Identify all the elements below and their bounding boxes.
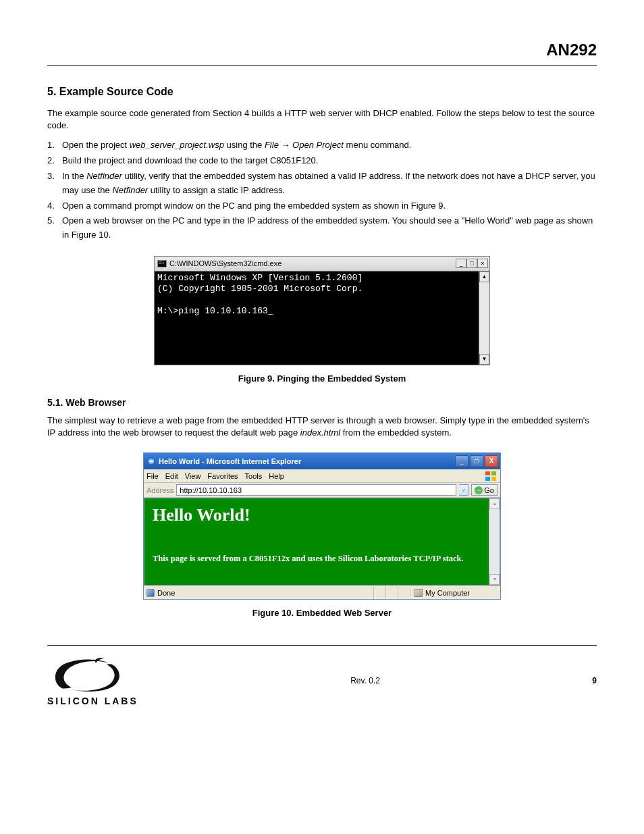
ie-close-button[interactable]: X: [485, 455, 498, 467]
maximize-button[interactable]: □: [466, 259, 477, 268]
header-rule: [47, 65, 597, 66]
silabs-mark-icon: [47, 655, 135, 696]
cmd-scrollbar[interactable]: ▲ ▼: [479, 271, 489, 365]
zone-icon: [414, 589, 423, 597]
address-dropdown[interactable]: v: [459, 484, 468, 496]
ie-titlebar: Hello World - Microsoft Internet Explore…: [144, 453, 500, 469]
menu-tools[interactable]: Tools: [245, 472, 263, 480]
ie-minimize-button[interactable]: _: [455, 455, 468, 467]
ie-scroll-up-icon[interactable]: ▴: [489, 498, 500, 509]
intro-paragraph: The example source code generated from S…: [47, 107, 597, 132]
steps-list: 1. Open the project web_server_project.w…: [47, 138, 597, 242]
status-zone: My Computer: [410, 589, 498, 597]
scroll-down-icon[interactable]: ▼: [479, 354, 489, 365]
ie-viewport: Hello World! This page is served from a …: [144, 498, 489, 585]
ie-maximize-button[interactable]: □: [470, 455, 483, 467]
ie-address-bar: Address http://10.10.10.163 v → Go: [144, 483, 500, 498]
ie-icon: [146, 457, 156, 466]
minimize-button[interactable]: _: [456, 259, 466, 268]
section-title: 5. Example Source Code: [47, 86, 597, 98]
cmd-body[interactable]: Microsoft Windows XP [Version 5.1.2600] …: [155, 271, 479, 365]
address-label: Address: [146, 486, 173, 494]
step-1: 1. Open the project web_server_project.w…: [47, 138, 597, 153]
ie-title: Hello World - Microsoft Internet Explore…: [159, 457, 455, 465]
cmd-titlebar: C:\WINDOWS\System32\cmd.exe _ □ ×: [155, 257, 489, 271]
footer-page-number: 9: [592, 676, 597, 685]
silicon-labs-logo: SILICON LABS: [47, 655, 138, 706]
web-paragraph: The simplest way to retrieve a web page …: [47, 415, 597, 439]
ie-menubar: File Edit View Favorites Tools Help: [144, 469, 500, 483]
figure-9-caption: Figure 9. Pinging the Embedded System: [47, 373, 597, 384]
status-page-icon: [146, 589, 155, 597]
windows-flag-icon: [485, 471, 498, 481]
page-footer: SILICON LABS Rev. 0.2 9: [47, 645, 597, 706]
step-4: 4. Open a command prompt window on the P…: [47, 199, 597, 213]
go-button[interactable]: → Go: [471, 484, 498, 496]
menu-favorites[interactable]: Favorites: [207, 472, 238, 480]
ie-statusbar: Done My Computer: [144, 585, 500, 599]
step-5: 5. Open a web browser on the PC and type…: [47, 214, 597, 242]
ie-scrollbar[interactable]: ▴ ▾: [489, 498, 500, 585]
figure-10-caption: Figure 10. Embedded Web Server: [47, 608, 597, 618]
close-button[interactable]: ×: [477, 259, 488, 268]
menu-help[interactable]: Help: [269, 472, 284, 480]
menu-edit[interactable]: Edit: [165, 472, 178, 480]
page-subtext: This page is served from a C8051F12x and…: [153, 554, 481, 564]
doc-code: AN292: [47, 41, 597, 59]
status-done: Done: [157, 589, 373, 597]
cmd-icon: [157, 260, 167, 267]
menu-view[interactable]: View: [185, 472, 201, 480]
cmd-window: C:\WINDOWS\System32\cmd.exe _ □ × Micros…: [154, 256, 490, 365]
address-input[interactable]: http://10.10.10.163: [176, 484, 456, 496]
go-arrow-icon: →: [475, 486, 483, 494]
step-3: 3. In the Netfinder utility, verify that…: [47, 170, 597, 198]
silabs-logo-text: SILICON LABS: [47, 696, 138, 706]
footer-rev: Rev. 0.2: [350, 676, 380, 685]
cmd-title: C:\WINDOWS\System32\cmd.exe: [169, 259, 456, 267]
step-2: 2. Build the project and download the co…: [47, 154, 597, 168]
page-heading: Hello World!: [153, 505, 481, 525]
ie-window: Hello World - Microsoft Internet Explore…: [143, 452, 501, 600]
scroll-up-icon[interactable]: ▲: [479, 271, 489, 282]
subsection-title: 5.1. Web Browser: [47, 397, 597, 408]
menu-file[interactable]: File: [146, 472, 159, 480]
ie-scroll-down-icon[interactable]: ▾: [489, 574, 500, 585]
